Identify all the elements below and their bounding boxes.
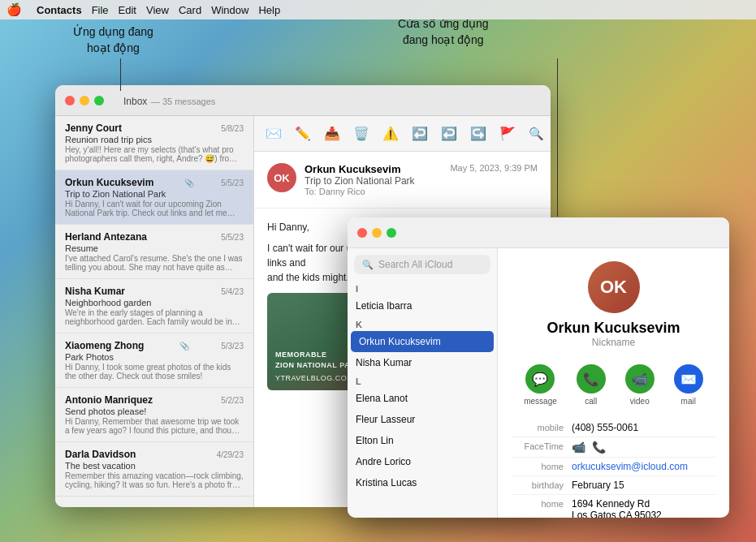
compose-icon[interactable]: ✏️ [295, 126, 311, 141]
email-date: May 5, 2023, 9:39 PM [450, 163, 538, 173]
birthday-label: birthday [511, 480, 564, 490]
contact-list-item[interactable]: Orkun Kucuksevim [351, 331, 494, 352]
home-address-label: home [511, 498, 564, 509]
contact-list-item[interactable]: Elena Lanot [348, 388, 497, 409]
contact-info-rows: mobile (408) 555-0061 FaceTime 📹 📞 home … [498, 414, 729, 518]
facetime-audio-icon[interactable]: 📞 [592, 441, 606, 454]
facetime-icons: 📹 📞 [572, 441, 606, 454]
email-header: OK Orkun Kucuksevim Trip to Zion Nationa… [254, 152, 551, 209]
facetime-video-icon[interactable]: 📹 [572, 441, 585, 454]
contact-detail-nickname: Nickname [511, 337, 716, 348]
contacts-close-button[interactable] [357, 228, 367, 238]
mail-message-count: — 35 messages [151, 97, 216, 106]
delete-icon[interactable]: 🗑️ [353, 126, 369, 141]
email-to: To: Danny Rico [305, 187, 415, 196]
birthday-row: birthday February 15 [511, 476, 716, 495]
contacts-search-bar[interactable]: 🔍 Search All iCloud [354, 255, 490, 274]
mobile-label: mobile [511, 422, 564, 432]
mail-message-item[interactable]: Orkun Kucuksevim 📎 5/5/23 Trip to Zion N… [55, 170, 253, 225]
junk-icon[interactable]: ⚠️ [382, 126, 399, 141]
contact-detail-avatar: OK [588, 261, 640, 313]
birthday-value: February 15 [572, 480, 624, 491]
contacts-minimize-button[interactable] [372, 228, 382, 238]
contact-list-item[interactable]: Nisha Kumar [348, 352, 497, 373]
email-subject: Trip to Zion National Park [305, 175, 415, 187]
contact-list-item[interactable]: Fleur Lasseur [348, 409, 497, 430]
call-label: call [585, 397, 597, 406]
mail-message-item[interactable]: Xiaomeng Zhong 📎 5/3/23 Park Photos Hi D… [55, 333, 253, 388]
reply-icon[interactable]: ↩️ [412, 126, 428, 141]
email-sender-name: Orkun Kucuksevim [305, 163, 415, 175]
video-action[interactable]: 📹 video [625, 364, 654, 406]
forward-icon[interactable]: ↪️ [470, 126, 486, 141]
annotation-window-label: Cửa sổ ứng dụng đang hoạt động [398, 16, 489, 48]
mail-toolbar: ✉️ ✏️ 📥 🗑️ ⚠️ ↩️ ↩️ ↪️ 🚩 🔍 [254, 116, 551, 152]
mail-message-item[interactable]: Herland Antezana 5/5/23 Resume I've atta… [55, 225, 253, 279]
contacts-section-label: K [348, 316, 497, 331]
mobile-row: mobile (408) 555-0061 [511, 419, 716, 437]
mail-message-item[interactable]: Jenny Court 5/8/23 Reunion road trip pic… [55, 116, 253, 170]
contacts-list-panel: 🔍 Search All iCloud ILeticia IbarraKOrku… [348, 217, 498, 518]
contact-list-item[interactable]: Leticia Ibarra [348, 295, 497, 316]
home-address-row: home 1694 Kennedy Rd Los Gatos CA 95032 [511, 495, 716, 518]
contact-detail-name: Orkun Kucuksevim [511, 320, 716, 337]
contacts-titlebar [348, 217, 729, 248]
contacts-search-placeholder: Search All iCloud [378, 259, 452, 270]
contact-list-item[interactable]: Kristina Lucas [348, 472, 497, 493]
reply-all-icon[interactable]: ↩️ [441, 126, 457, 141]
video-label: video [630, 397, 650, 406]
mail-icon: ✉️ [674, 364, 703, 394]
mail-message-item[interactable]: Nisha Kumar 5/4/23 Neighborhood garden W… [55, 279, 253, 333]
call-action[interactable]: 📞 call [577, 364, 606, 406]
facetime-row: FaceTime 📹 📞 [511, 437, 716, 458]
contact-list-item[interactable]: Andre Lorico [348, 451, 497, 472]
message-icon: 💬 [525, 364, 555, 394]
call-icon: 📞 [577, 364, 606, 394]
menu-window[interactable]: Window [211, 4, 248, 16]
minimize-button[interactable] [80, 96, 89, 105]
menubar: 🍎 Contacts File Edit View Card Window He… [0, 0, 756, 19]
facetime-label: FaceTime [511, 441, 564, 451]
contacts-section-label: I [348, 281, 497, 295]
archive-icon[interactable]: 📥 [324, 126, 340, 141]
video-icon: 📹 [625, 364, 654, 394]
sender-avatar: OK [267, 163, 296, 192]
mail-message-item[interactable]: Antonio Manriquez 5/2/23 Send photos ple… [55, 388, 253, 442]
search-icon: 🔍 [362, 260, 374, 270]
flag-icon[interactable]: 🚩 [499, 126, 516, 141]
mail-action[interactable]: ✉️ mail [674, 364, 703, 406]
home-email-row: home orkucuksevim@icloud.com [511, 458, 716, 476]
menu-edit[interactable]: Edit [119, 4, 136, 16]
menu-help[interactable]: Help [258, 4, 280, 16]
home-email-value[interactable]: orkucuksevim@icloud.com [572, 461, 688, 472]
menu-file[interactable]: File [92, 4, 109, 16]
contacts-maximize-button[interactable] [387, 228, 396, 238]
mail-window-title: Inbox [123, 96, 147, 107]
message-label: message [524, 397, 557, 406]
mail-titlebar: Inbox — 35 messages [55, 85, 551, 116]
maximize-button[interactable] [94, 96, 104, 105]
search-icon[interactable]: 🔍 [529, 127, 544, 141]
contacts-detail-panel: OK Orkun Kucuksevim Nickname 💬 message 📞… [498, 217, 729, 518]
home-email-label: home [511, 461, 564, 471]
mail-icon[interactable]: ✉️ [266, 126, 282, 141]
mail-message-item[interactable]: Darla Davidson 4/29/23 The best vacation… [55, 442, 253, 497]
contacts-window: 🔍 Search All iCloud ILeticia IbarraKOrku… [348, 217, 729, 518]
apple-menu-icon[interactable]: 🍎 [6, 2, 22, 17]
mobile-value: (408) 555-0061 [572, 422, 638, 433]
menu-card[interactable]: Card [179, 4, 201, 16]
menu-contacts[interactable]: Contacts [37, 4, 82, 16]
contact-action-buttons: 💬 message 📞 call 📹 video ✉️ mail [498, 356, 729, 414]
mail-message-list: Jenny Court 5/8/23 Reunion road trip pic… [55, 116, 254, 507]
message-action[interactable]: 💬 message [524, 364, 557, 406]
contacts-section-label: L [348, 373, 497, 388]
close-button[interactable] [65, 96, 75, 105]
menu-view[interactable]: View [146, 4, 169, 16]
contact-list-item[interactable]: Elton Lin [348, 430, 497, 451]
mail-label: mail [681, 397, 696, 406]
home-address-value: 1694 Kennedy Rd Los Gatos CA 95032 [572, 498, 662, 518]
annotation-app-label: Ứng dụng đang hoạt động [73, 24, 153, 56]
